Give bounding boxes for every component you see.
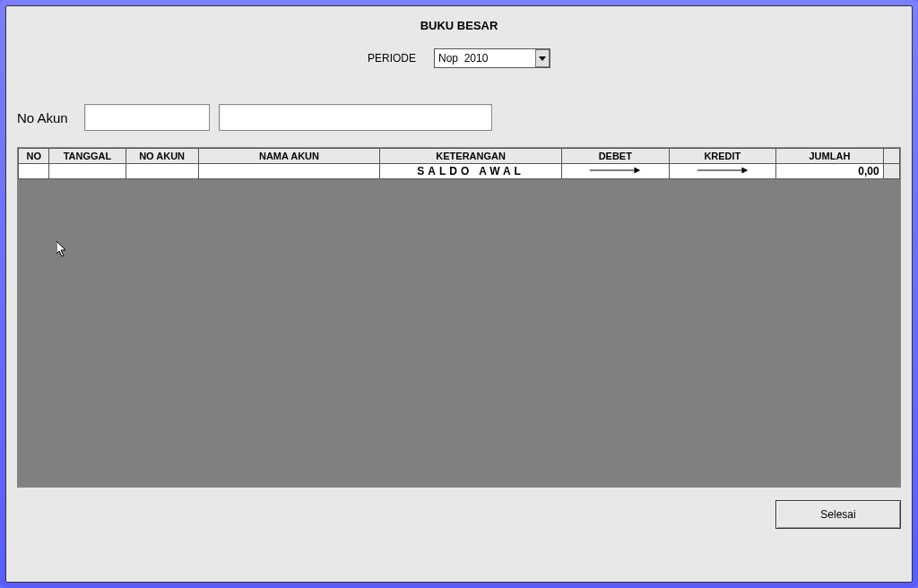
scroll-spacer-cell <box>883 164 899 179</box>
col-tanggal: TANGGAL <box>49 149 126 164</box>
table-header-row: NO TANGGAL NO AKUN NAMA AKUN KETERANGAN … <box>19 149 900 164</box>
ledger-table-area: NO TANGGAL NO AKUN NAMA AKUN KETERANGAN … <box>17 147 901 488</box>
cell-no-akun <box>126 164 198 179</box>
table-row: SALDO AWAL <box>19 164 900 179</box>
periode-combo[interactable] <box>434 48 550 68</box>
col-nama-akun: NAMA AKUN <box>198 149 380 164</box>
col-jumlah: JUMLAH <box>776 149 884 164</box>
window-frame: BUKU BESAR PERIODE No Akun <box>0 0 918 588</box>
periode-combo-wrap <box>434 48 550 68</box>
arrow-right-icon <box>588 166 642 175</box>
cell-debet <box>561 164 669 179</box>
cell-kredit <box>669 164 776 179</box>
cell-nama-akun <box>198 164 380 179</box>
scroll-spacer <box>883 149 899 164</box>
periode-label: PERIODE <box>368 52 416 65</box>
svg-marker-2 <box>635 168 641 174</box>
close-button[interactable]: Selesai <box>775 500 901 529</box>
svg-marker-4 <box>741 168 748 174</box>
no-akun-row: No Akun <box>17 104 901 131</box>
cell-tanggal <box>49 164 126 179</box>
cell-keterangan: SALDO AWAL <box>380 164 562 179</box>
button-row: Selesai <box>17 500 901 529</box>
no-akun-name-input[interactable] <box>219 104 492 131</box>
col-kredit: KREDIT <box>669 149 776 164</box>
col-keterangan: KETERANGAN <box>380 149 562 164</box>
col-no-akun: NO AKUN <box>126 149 198 164</box>
page-title: BUKU BESAR <box>17 19 901 32</box>
ledger-table: NO TANGGAL NO AKUN NAMA AKUN KETERANGAN … <box>18 148 900 179</box>
periode-row: PERIODE <box>17 48 901 68</box>
col-no: NO <box>19 149 49 164</box>
arrow-right-icon <box>696 166 749 175</box>
no-akun-label: No Akun <box>17 110 68 125</box>
cell-no <box>19 164 49 179</box>
cell-jumlah: 0,00 <box>776 164 884 179</box>
col-debet: DEBET <box>561 149 669 164</box>
dialog-panel: BUKU BESAR PERIODE No Akun <box>5 5 913 583</box>
no-akun-code-input[interactable] <box>84 104 210 131</box>
